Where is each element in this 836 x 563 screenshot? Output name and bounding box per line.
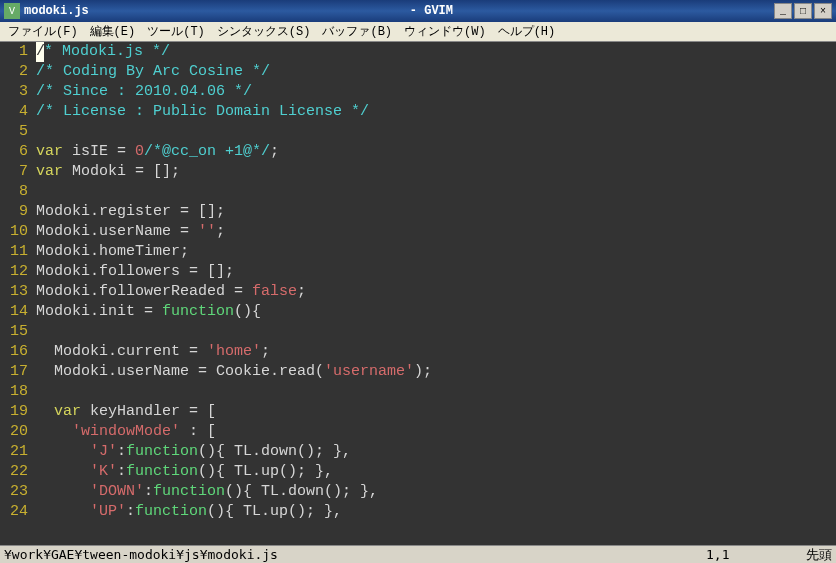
code-content[interactable]: Modoki.followers = [];	[36, 262, 836, 282]
statusbar-path: ¥work¥GAE¥tween-modoki¥js¥modoki.js	[4, 547, 706, 562]
line-number: 5	[0, 122, 36, 142]
line-number: 7	[0, 162, 36, 182]
code-content[interactable]: var isIE = 0/*@cc_on +1@*/;	[36, 142, 836, 162]
titlebar-filename: modoki.js	[24, 4, 89, 18]
code-content[interactable]	[36, 122, 836, 142]
menu-window[interactable]: ウィンドウ(W)	[398, 21, 492, 42]
code-content[interactable]: 'DOWN':function(){ TL.down(); },	[36, 482, 836, 502]
line-number: 14	[0, 302, 36, 322]
code-content[interactable]: Modoki.followerReaded = false;	[36, 282, 836, 302]
code-content[interactable]: var Modoki = [];	[36, 162, 836, 182]
code-line[interactable]: 14Modoki.init = function(){	[0, 302, 836, 322]
app-icon: V	[4, 3, 20, 19]
code-content[interactable]	[36, 322, 836, 342]
code-content[interactable]: 'K':function(){ TL.up(); },	[36, 462, 836, 482]
statusbar-mode: 先頭	[806, 546, 832, 564]
code-line[interactable]: 7var Modoki = [];	[0, 162, 836, 182]
code-content[interactable]: /* Modoki.js */	[36, 42, 836, 62]
menu-tools[interactable]: ツール(T)	[141, 21, 211, 42]
code-content[interactable]: Modoki.init = function(){	[36, 302, 836, 322]
code-content[interactable]: Modoki.current = 'home';	[36, 342, 836, 362]
line-number: 16	[0, 342, 36, 362]
line-number: 6	[0, 142, 36, 162]
code-line[interactable]: 3/* Since : 2010.04.06 */	[0, 82, 836, 102]
line-number: 24	[0, 502, 36, 522]
code-line[interactable]: 16 Modoki.current = 'home';	[0, 342, 836, 362]
code-line[interactable]: 4/* License : Public Domain License */	[0, 102, 836, 122]
code-content[interactable]: Modoki.userName = Cookie.read('username'…	[36, 362, 836, 382]
maximize-button[interactable]: □	[794, 3, 812, 19]
code-line[interactable]: 13Modoki.followerReaded = false;	[0, 282, 836, 302]
menu-file[interactable]: ファイル(F)	[2, 21, 84, 42]
code-line[interactable]: 18	[0, 382, 836, 402]
line-number: 19	[0, 402, 36, 422]
code-line[interactable]: 24 'UP':function(){ TL.up(); },	[0, 502, 836, 522]
code-line[interactable]: 19 var keyHandler = [	[0, 402, 836, 422]
line-number: 9	[0, 202, 36, 222]
code-content[interactable]: 'UP':function(){ TL.up(); },	[36, 502, 836, 522]
line-number: 21	[0, 442, 36, 462]
code-line[interactable]: 1/* Modoki.js */	[0, 42, 836, 62]
line-number: 10	[0, 222, 36, 242]
code-content[interactable]: var keyHandler = [	[36, 402, 836, 422]
minimize-button[interactable]: _	[774, 3, 792, 19]
statusbar: ¥work¥GAE¥tween-modoki¥js¥modoki.js 1,1 …	[0, 545, 836, 563]
menubar: ファイル(F) 編集(E) ツール(T) シンタックス(S) バッファ(B) ウ…	[0, 22, 836, 42]
line-number: 8	[0, 182, 36, 202]
code-line[interactable]: 2/* Coding By Arc Cosine */	[0, 62, 836, 82]
code-line[interactable]: 6var isIE = 0/*@cc_on +1@*/;	[0, 142, 836, 162]
code-line[interactable]: 17 Modoki.userName = Cookie.read('userna…	[0, 362, 836, 382]
titlebar-app-title: - GVIM	[89, 4, 774, 18]
line-number: 18	[0, 382, 36, 402]
code-line[interactable]: 10Modoki.userName = '';	[0, 222, 836, 242]
code-content[interactable]: 'windowMode' : [	[36, 422, 836, 442]
menu-help[interactable]: ヘルプ(H)	[492, 21, 562, 42]
line-number: 20	[0, 422, 36, 442]
line-number: 23	[0, 482, 36, 502]
line-number: 13	[0, 282, 36, 302]
line-number: 22	[0, 462, 36, 482]
line-number: 17	[0, 362, 36, 382]
line-number: 1	[0, 42, 36, 62]
line-number: 11	[0, 242, 36, 262]
line-number: 15	[0, 322, 36, 342]
window-titlebar: V modoki.js - GVIM _ □ ×	[0, 0, 836, 22]
code-line[interactable]: 22 'K':function(){ TL.up(); },	[0, 462, 836, 482]
editor-area[interactable]: 1/* Modoki.js */2/* Coding By Arc Cosine…	[0, 42, 836, 545]
statusbar-position: 1,1	[706, 547, 806, 562]
line-number: 4	[0, 102, 36, 122]
code-line[interactable]: 8	[0, 182, 836, 202]
code-content[interactable]	[36, 382, 836, 402]
code-content[interactable]: /* Since : 2010.04.06 */	[36, 82, 836, 102]
code-content[interactable]: Modoki.register = [];	[36, 202, 836, 222]
code-content[interactable]: Modoki.homeTimer;	[36, 242, 836, 262]
code-line[interactable]: 23 'DOWN':function(){ TL.down(); },	[0, 482, 836, 502]
code-line[interactable]: 5	[0, 122, 836, 142]
code-content[interactable]: Modoki.userName = '';	[36, 222, 836, 242]
code-line[interactable]: 12Modoki.followers = [];	[0, 262, 836, 282]
code-content[interactable]: 'J':function(){ TL.down(); },	[36, 442, 836, 462]
close-button[interactable]: ×	[814, 3, 832, 19]
code-line[interactable]: 9Modoki.register = [];	[0, 202, 836, 222]
code-content[interactable]: /* Coding By Arc Cosine */	[36, 62, 836, 82]
line-number: 12	[0, 262, 36, 282]
code-line[interactable]: 20 'windowMode' : [	[0, 422, 836, 442]
menu-buffers[interactable]: バッファ(B)	[316, 21, 398, 42]
line-number: 3	[0, 82, 36, 102]
menu-syntax[interactable]: シンタックス(S)	[211, 21, 317, 42]
code-line[interactable]: 21 'J':function(){ TL.down(); },	[0, 442, 836, 462]
code-line[interactable]: 15	[0, 322, 836, 342]
line-number: 2	[0, 62, 36, 82]
code-line[interactable]: 11Modoki.homeTimer;	[0, 242, 836, 262]
code-content[interactable]: /* License : Public Domain License */	[36, 102, 836, 122]
menu-edit[interactable]: 編集(E)	[84, 21, 142, 42]
code-content[interactable]	[36, 182, 836, 202]
